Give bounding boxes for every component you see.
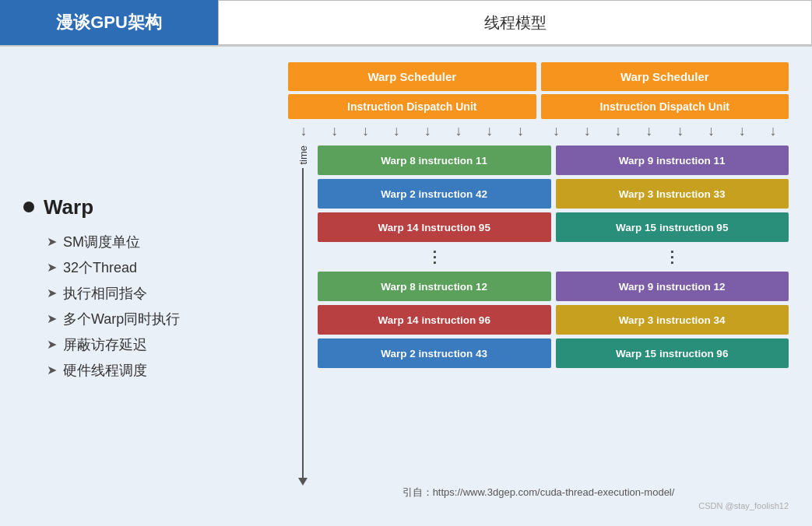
citation-text: 引自：https://www.3dgep.com/cuda-thread-exe…: [402, 486, 675, 498]
scheduler-label-2: Warp Scheduler: [620, 70, 709, 83]
item-label: 32个Thread: [63, 258, 137, 279]
down-arrow-icon: ↓: [708, 124, 715, 138]
watermark-text: CSDN @stay_foolish12: [698, 501, 789, 510]
dots-row: ⋮: [318, 246, 551, 268]
arrows-section-2: ↓ ↓ ↓ ↓ ↓ ↓ ↓ ↓: [541, 124, 789, 142]
arrow-icon: ➤: [47, 310, 57, 328]
dispatch-unit-2: Instruction Dispatch Unit: [541, 94, 789, 119]
bullet-dot: [23, 202, 34, 212]
arrow-icon: ➤: [47, 258, 57, 277]
dispatch-label-2: Instruction Dispatch Unit: [600, 100, 729, 113]
down-arrow-icon: ↓: [615, 124, 622, 138]
right-panel: Warp Scheduler Warp Scheduler Instructio…: [288, 62, 789, 510]
down-arrow-icon: ↓: [517, 124, 524, 138]
instr-row: Warp 2 instruction 42: [318, 179, 551, 209]
item-label: 屏蔽访存延迟: [63, 335, 147, 356]
list-item: ➤ 32个Thread: [47, 258, 265, 279]
arrows-row: ↓ ↓ ↓ ↓ ↓ ↓ ↓ ↓ ↓ ↓ ↓ ↓ ↓ ↓ ↓ ↓: [288, 124, 789, 142]
list-item: ➤ SM调度单位: [47, 232, 265, 253]
watermark: CSDN @stay_foolish12: [288, 501, 789, 510]
down-arrow-icon: ↓: [362, 124, 369, 138]
time-label: time: [297, 146, 309, 165]
dispatch-label-1: Instruction Dispatch Unit: [347, 100, 476, 113]
columns-container: Warp 8 instruction 11 Warp 2 instruction…: [318, 146, 789, 479]
instruction-text: Warp 3 Instruction 33: [619, 188, 726, 200]
instr-row: Warp 3 Instruction 33: [556, 179, 789, 209]
warp-scheduler-1: Warp Scheduler: [288, 62, 536, 91]
dispatch-unit-1: Instruction Dispatch Unit: [288, 94, 536, 119]
column-2: Warp 9 instruction 11 Warp 3 Instruction…: [556, 146, 789, 479]
main-content: Warp ➤ SM调度单位 ➤ 32个Thread ➤ 执行相同指令 ➤ 多个W…: [0, 47, 812, 526]
instruction-text: Warp 2 instruction 43: [381, 348, 487, 359]
down-arrow-icon: ↓: [739, 124, 746, 138]
left-title-text: 漫谈GPU架构: [56, 11, 162, 34]
instr-row: Warp 14 Instruction 95: [318, 212, 551, 242]
dots-row: ⋮: [556, 246, 789, 268]
list-item: ➤ 执行相同指令: [47, 283, 265, 304]
arrow-icon: ➤: [47, 361, 57, 380]
down-arrow-icon: ↓: [393, 124, 400, 138]
instr-row: Warp 8 instruction 11: [318, 146, 551, 175]
list-item: ➤ 多个Warp同时执行: [47, 309, 265, 330]
dots-text: ⋮: [427, 247, 442, 266]
down-arrow-icon: ↓: [331, 124, 338, 138]
warp-title: Warp: [44, 195, 93, 219]
instruction-text: Warp 3 instruction 34: [619, 314, 726, 326]
left-panel: Warp ➤ SM调度单位 ➤ 32个Thread ➤ 执行相同指令 ➤ 多个W…: [23, 62, 265, 510]
down-arrow-icon: ↓: [455, 124, 462, 138]
instruction-text: Warp 9 instruction 12: [619, 281, 726, 293]
warp-scheduler-2: Warp Scheduler: [541, 62, 789, 91]
instruction-text: Warp 14 instruction 96: [378, 314, 490, 326]
citation: 引自：https://www.3dgep.com/cuda-thread-exe…: [288, 486, 789, 500]
scheduler-label-1: Warp Scheduler: [367, 70, 456, 83]
time-arrow: time: [288, 146, 318, 479]
sub-items-list: ➤ SM调度单位 ➤ 32个Thread ➤ 执行相同指令 ➤ 多个Warp同时…: [47, 227, 265, 386]
instr-row: Warp 15 instruction 96: [556, 338, 789, 368]
instruction-text: Warp 8 instruction 12: [381, 281, 487, 293]
header-right-title: 线程模型: [218, 0, 812, 45]
instr-row: Warp 14 instruction 96: [318, 305, 551, 335]
item-label: 硬件线程调度: [63, 360, 147, 381]
header: 漫谈GPU架构 线程模型: [0, 0, 812, 47]
arrow-icon: ➤: [47, 335, 57, 354]
dots-text: ⋮: [664, 247, 680, 266]
instruction-text: Warp 8 instruction 11: [381, 155, 487, 167]
dispatch-row: Instruction Dispatch Unit Instruction Di…: [288, 94, 789, 119]
diagram-body: time Warp 8 instruction 11 Warp 2 instru…: [288, 146, 789, 479]
arrows-section-1: ↓ ↓ ↓ ↓ ↓ ↓ ↓ ↓: [288, 124, 536, 142]
item-label: 多个Warp同时执行: [63, 309, 180, 330]
arrow-icon: ➤: [47, 233, 57, 251]
down-arrow-icon: ↓: [486, 124, 493, 138]
right-title-text: 线程模型: [484, 12, 547, 33]
instruction-text: Warp 15 instruction 95: [616, 222, 728, 233]
item-label: 执行相同指令: [63, 283, 147, 304]
instr-row: Warp 9 instruction 12: [556, 272, 789, 301]
instruction-text: Warp 14 Instruction 95: [378, 222, 490, 233]
instruction-text: Warp 15 instruction 96: [616, 348, 728, 359]
column-1: Warp 8 instruction 11 Warp 2 instruction…: [318, 146, 551, 479]
list-item: ➤ 屏蔽访存延迟: [47, 335, 265, 356]
down-arrow-icon: ↓: [645, 124, 652, 138]
instr-row: Warp 9 instruction 11: [556, 146, 789, 175]
list-item: ➤ 硬件线程调度: [47, 360, 265, 381]
scheduler-row: Warp Scheduler Warp Scheduler: [288, 62, 789, 91]
down-arrow-icon: ↓: [300, 124, 307, 138]
instruction-text: Warp 9 instruction 11: [619, 155, 726, 167]
down-arrow-icon: ↓: [584, 124, 591, 138]
header-left-title: 漫谈GPU架构: [0, 0, 218, 45]
item-label: SM调度单位: [63, 232, 140, 253]
time-line: [302, 168, 304, 479]
down-arrow-icon: ↓: [424, 124, 431, 138]
arrow-icon: ➤: [47, 284, 57, 303]
down-arrow-icon: ↓: [677, 124, 684, 138]
instr-row: Warp 2 instruction 43: [318, 338, 551, 368]
instruction-text: Warp 2 instruction 42: [381, 188, 487, 200]
bullet-title: Warp: [23, 195, 265, 219]
instr-row: Warp 3 instruction 34: [556, 305, 789, 335]
instr-row: Warp 15 instruction 95: [556, 212, 789, 242]
instr-row: Warp 8 instruction 12: [318, 272, 551, 301]
down-arrow-icon: ↓: [770, 124, 777, 138]
down-arrow-icon: ↓: [553, 124, 560, 138]
